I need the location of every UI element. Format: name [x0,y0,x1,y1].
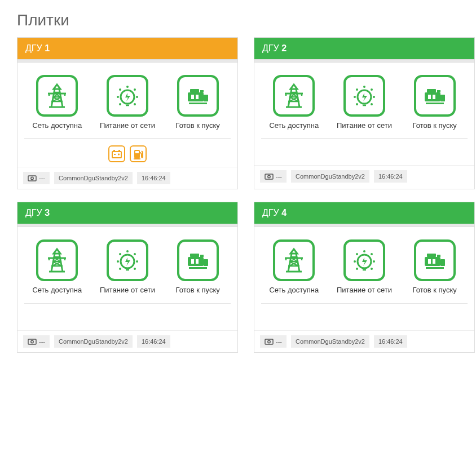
status-power: Питание от сети [333,75,395,130]
tile-footer: --- CommonDguStandby2v2 16:46:24 [254,330,474,352]
generator-icon [414,75,456,117]
money-value: --- [276,338,282,345]
time-value: 16:46:24 [378,338,403,345]
tile-title-prefix: ДГУ [262,208,279,218]
dgu-tile[interactable]: ДГУ 3 Сеть доступна Питание от сети [17,202,238,352]
status-row: Сеть доступна Питание от сети Готов к пу… [24,239,231,295]
tile-header: ДГУ 2 [254,38,474,59]
status-label: Питание от сети [96,121,158,130]
status-label: Сеть доступна [263,121,325,130]
tile-title-number: 4 [281,208,287,218]
page-title: Плитки [17,11,459,29]
layout-name: CommonDguStandby2v2 [296,173,365,180]
time-chip[interactable]: 16:46:24 [374,170,407,183]
status-ready: Готов к пуску [167,239,229,295]
money-chip[interactable]: --- [260,170,287,183]
time-value: 16:46:24 [378,173,403,180]
tile-title-prefix: ДГУ [25,43,42,53]
tile-footer: --- CommonDguStandby2v2 16:46:24 [17,330,237,352]
fuel-warning-icon [130,145,147,162]
tile-body: Сеть доступна Питание от сети Готов к пу… [17,63,237,167]
status-label: Питание от сети [333,286,395,295]
status-label: Сеть доступна [26,121,88,130]
money-value: --- [276,173,282,180]
layout-chip[interactable]: CommonDguStandby2v2 [291,335,369,348]
tile-body: Сеть доступна Питание от сети Готов к пу… [254,227,474,330]
status-label: Готов к пуску [167,121,229,130]
warnings-row [261,138,468,161]
status-label: Готов к пуску [404,286,466,295]
time-value: 16:46:24 [142,175,166,181]
money-chip[interactable]: --- [23,172,50,184]
tile-body: Сеть доступна Питание от сети Готов к пу… [254,63,474,165]
time-value: 16:46:24 [142,338,166,345]
status-ready: Готов к пуску [404,239,466,295]
layout-chip[interactable]: CommonDguStandby2v2 [291,170,369,183]
tile-body: Сеть доступна Питание от сети Готов к пу… [17,227,237,330]
generator-icon [177,75,219,117]
status-ready: Готов к пуску [404,75,466,130]
tile-header: ДГУ 1 [17,38,237,59]
layout-name: CommonDguStandby2v2 [59,338,128,345]
status-row: Сеть доступна Питание от сети Готов к пу… [261,239,468,295]
money-icon [28,174,37,182]
warnings-row [24,303,231,326]
tile-footer: --- CommonDguStandby2v2 16:46:24 [254,165,474,187]
tile-header: ДГУ 4 [254,202,474,224]
layout-name: CommonDguStandby2v2 [296,338,365,345]
money-value: --- [39,338,45,345]
tiles-grid: ДГУ 1 Сеть доступна Питание от сети [17,37,459,353]
dgu-tile[interactable]: ДГУ 1 Сеть доступна Питание от сети [17,37,238,189]
status-label: Готов к пуску [404,121,466,130]
status-power: Питание от сети [96,75,158,130]
status-net: Сеть доступна [26,239,88,295]
status-label: Сеть доступна [263,286,325,295]
power-tower-icon [36,75,78,117]
status-net: Сеть доступна [26,75,88,130]
bulb-icon [107,239,148,281]
tile-title-prefix: ДГУ [262,43,279,53]
dgu-tile[interactable]: ДГУ 4 Сеть доступна Питание от сети [254,202,475,352]
warnings-row [24,138,231,162]
money-value: --- [39,175,45,181]
money-chip[interactable]: --- [260,335,287,348]
status-label: Сеть доступна [26,286,88,295]
status-power: Питание от сети [333,239,395,295]
status-label: Питание от сети [333,121,395,130]
status-label: Питание от сети [96,286,158,295]
warnings-row [261,303,468,326]
status-ready: Готов к пуску [167,75,229,130]
status-row: Сеть доступна Питание от сети Готов к пу… [261,75,468,130]
tile-title-number: 2 [281,43,287,53]
status-net: Сеть доступна [263,239,325,295]
time-chip[interactable]: 16:46:24 [137,172,170,184]
power-tower-icon [273,239,315,281]
generator-icon [414,239,456,281]
time-chip[interactable]: 16:46:24 [374,335,407,348]
bulb-icon [343,239,385,281]
tile-title-number: 3 [45,208,50,218]
time-chip[interactable]: 16:46:24 [137,335,170,348]
tile-header: ДГУ 3 [17,202,237,224]
tile-footer: --- CommonDguStandby2v2 16:46:24 [17,167,237,189]
status-label: Готов к пуску [167,286,229,295]
money-chip[interactable]: --- [23,335,50,348]
status-row: Сеть доступна Питание от сети Готов к пу… [24,75,231,130]
money-icon [265,338,274,345]
layout-chip[interactable]: CommonDguStandby2v2 [54,335,133,348]
power-tower-icon [273,75,315,117]
generator-icon [177,239,219,281]
status-net: Сеть доступна [263,75,325,130]
tile-title-number: 1 [45,43,50,53]
dgu-tile[interactable]: ДГУ 2 Сеть доступна Питание от сети [254,37,475,189]
layout-chip[interactable]: CommonDguStandby2v2 [54,172,133,184]
power-tower-icon [36,239,78,281]
tile-title-prefix: ДГУ [25,208,42,218]
money-icon [28,338,37,345]
layout-name: CommonDguStandby2v2 [59,175,128,181]
battery-warning-icon [108,145,125,162]
bulb-icon [107,75,148,117]
money-icon [265,172,274,180]
status-power: Питание от сети [96,239,158,295]
bulb-icon [343,75,385,117]
